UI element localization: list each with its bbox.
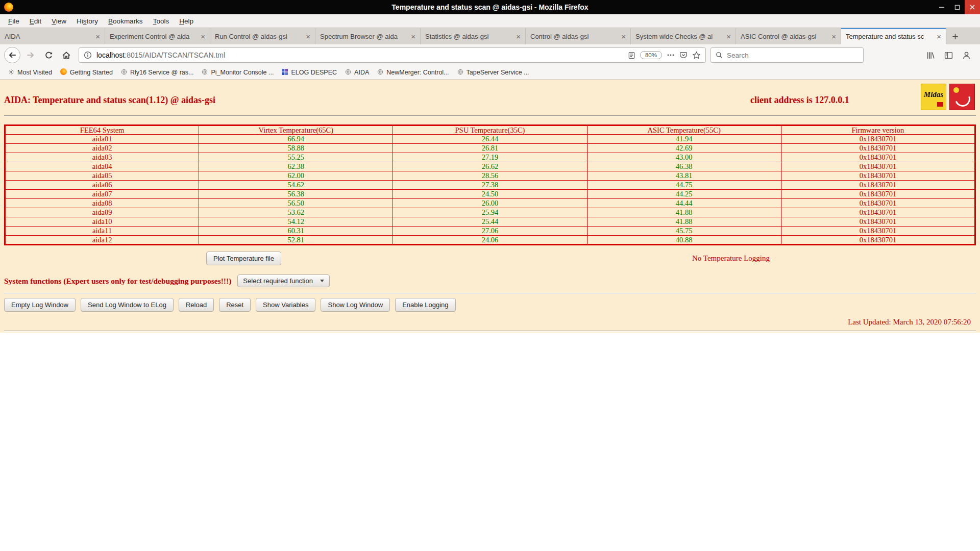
maximize-button[interactable] — [949, 0, 965, 14]
url-bar[interactable]: localhost:8015/AIDA/TSCAN/TSCAN.tml 80% — [79, 47, 706, 63]
search-bar[interactable] — [710, 47, 864, 63]
reload-button[interactable] — [41, 47, 56, 63]
bookmark-tapeserver-service[interactable]: TapeServer Service ... — [453, 67, 533, 78]
globe-icon — [457, 69, 463, 77]
firmware-cell: 0x18430701 — [781, 135, 975, 144]
bookmark-pi-monitor-console[interactable]: Pi_Monitor Console ... — [198, 67, 278, 78]
actions-row: Empty Log WindowSend Log Window to ELogR… — [4, 298, 976, 312]
new-tab-button[interactable] — [946, 28, 964, 44]
menu-bookmarks[interactable]: Bookmarks — [103, 15, 148, 27]
tab-close-icon[interactable]: × — [516, 33, 521, 40]
tab-close-icon[interactable]: × — [937, 33, 941, 40]
bookmark-label: Most Visited — [17, 69, 52, 76]
plot-row: Plot Temperature file No Temperature Log… — [4, 252, 976, 267]
asic-cell: 46.38 — [587, 162, 781, 171]
tab-control-aidas-gsi[interactable]: Control @ aidas-gsi× — [526, 28, 631, 44]
psu-cell: 24.50 — [393, 190, 587, 199]
asic-cell: 45.75 — [587, 227, 781, 236]
back-button[interactable] — [4, 47, 20, 63]
library-icon[interactable] — [926, 51, 935, 60]
tab-close-icon[interactable]: × — [726, 33, 731, 40]
bookmark-most-visited[interactable]: Most Visited — [4, 67, 56, 78]
tab-asic-control-aidas-gsi[interactable]: ASIC Control @ aidas-gsi× — [736, 28, 841, 44]
system-cell: aida03 — [5, 153, 199, 162]
home-button[interactable] — [59, 47, 74, 63]
globe-icon — [345, 69, 351, 77]
table-row-aida03: aida0355.2527.1943.000x18430701 — [5, 153, 975, 162]
zoom-indicator[interactable]: 80% — [640, 51, 662, 59]
tab-title: Run Control @ aidas-gsi — [215, 33, 303, 40]
page-header: AIDA: Temperature and status scan(1.12) … — [4, 92, 976, 115]
toolbar-right-icons — [926, 51, 971, 60]
bookmark-getting-started[interactable]: Getting Started — [56, 67, 117, 78]
menu-tools[interactable]: Tools — [148, 15, 175, 27]
tab-close-icon[interactable]: × — [306, 33, 310, 40]
tab-close-icon[interactable]: × — [621, 33, 626, 40]
psu-cell: 26.00 — [393, 199, 587, 208]
forward-button[interactable] — [23, 47, 38, 63]
menu-edit[interactable]: Edit — [24, 15, 46, 27]
asic-cell: 43.00 — [587, 153, 781, 162]
tab-aida[interactable]: AIDA× — [0, 28, 105, 44]
tab-spectrum-browser-aida[interactable]: Spectrum Browser @ aida× — [315, 28, 421, 44]
tab-close-icon[interactable]: × — [411, 33, 415, 40]
virtex-cell: 62.38 — [199, 162, 393, 171]
tab-title: AIDA — [5, 33, 92, 40]
pocket-icon[interactable] — [679, 51, 688, 59]
column-header-virtex-temperature-65c: Virtex Temperature(65C) — [199, 126, 393, 135]
show-log-window-button[interactable]: Show Log Window — [321, 298, 390, 312]
virtex-cell: 56.38 — [199, 190, 393, 199]
enable-logging-button[interactable]: Enable Logging — [395, 298, 455, 312]
firmware-cell: 0x18430701 — [781, 171, 975, 181]
bookmark-label: ELOG DESPEC — [291, 69, 337, 76]
empty-log-window-button[interactable]: Empty Log Window — [4, 298, 76, 312]
menu-history[interactable]: History — [71, 15, 103, 27]
bookmark-rly16-service-ras[interactable]: Rly16 Service @ ras... — [117, 67, 198, 78]
virtex-cell: 66.94 — [199, 135, 393, 144]
bookmarks-toolbar: Most VisitedGetting StartedRly16 Service… — [0, 66, 980, 80]
divider — [4, 293, 976, 294]
firmware-cell: 0x18430701 — [781, 208, 975, 217]
tab-close-icon[interactable]: × — [201, 33, 205, 40]
firmware-cell: 0x18430701 — [781, 236, 975, 245]
virtex-cell: 54.62 — [199, 181, 393, 190]
reset-button[interactable]: Reset — [219, 298, 251, 312]
function-select[interactable]: Select required function — [237, 274, 330, 287]
menu-view[interactable]: View — [46, 15, 71, 27]
reload-button[interactable]: Reload — [179, 298, 214, 312]
system-cell: aida08 — [5, 199, 199, 208]
tab-temperature-and-status-sc[interactable]: Temperature and status sc× — [841, 28, 946, 44]
asic-cell: 41.88 — [587, 208, 781, 217]
page-actions-icon[interactable] — [667, 51, 675, 59]
menu-file[interactable]: File — [3, 15, 24, 27]
tab-close-icon[interactable]: × — [831, 33, 836, 40]
tab-statistics-aidas-gsi[interactable]: Statistics @ aidas-gsi× — [421, 28, 526, 44]
tab-title: Temperature and status sc — [846, 33, 934, 40]
close-button[interactable] — [965, 0, 980, 14]
bookmark-star-icon[interactable] — [692, 51, 701, 60]
bookmark-aida[interactable]: AIDA — [341, 67, 373, 78]
minimize-button[interactable] — [934, 0, 949, 14]
menu-help[interactable]: Help — [174, 15, 199, 27]
psu-cell: 24.06 — [393, 236, 587, 245]
bookmark-elog-despec[interactable]: ELOG DESPEC — [278, 67, 341, 78]
show-variables-button[interactable]: Show Variables — [256, 298, 315, 312]
function-select-value: Select required function — [243, 277, 313, 285]
search-input[interactable] — [727, 52, 859, 59]
account-icon[interactable] — [962, 51, 971, 60]
bookmark-newmerger-control[interactable]: NewMerger: Control... — [373, 67, 453, 78]
tab-close-icon[interactable]: × — [95, 33, 100, 40]
tab-experiment-control-aida[interactable]: Experiment Control @ aida× — [105, 28, 210, 44]
midas-logo-text: Midas — [921, 90, 946, 99]
tab-run-control-aidas-gsi[interactable]: Run Control @ aidas-gsi× — [210, 28, 315, 44]
bookmark-label: TapeServer Service ... — [467, 69, 529, 76]
column-header-firmware-version: Firmware version — [781, 126, 975, 135]
page-info-icon[interactable] — [84, 51, 92, 59]
tab-title: Statistics @ aidas-gsi — [425, 33, 513, 40]
plot-temperature-button[interactable]: Plot Temperature file — [206, 252, 281, 265]
tab-system-wide-checks-ai[interactable]: System wide Checks @ ai× — [631, 28, 736, 44]
reader-mode-icon[interactable] — [628, 52, 635, 59]
table-row-aida05: aida0562.0028.5643.810x18430701 — [5, 171, 975, 181]
send-log-window-to-elog-button[interactable]: Send Log Window to ELog — [81, 298, 174, 312]
sidebar-icon[interactable] — [944, 51, 953, 60]
